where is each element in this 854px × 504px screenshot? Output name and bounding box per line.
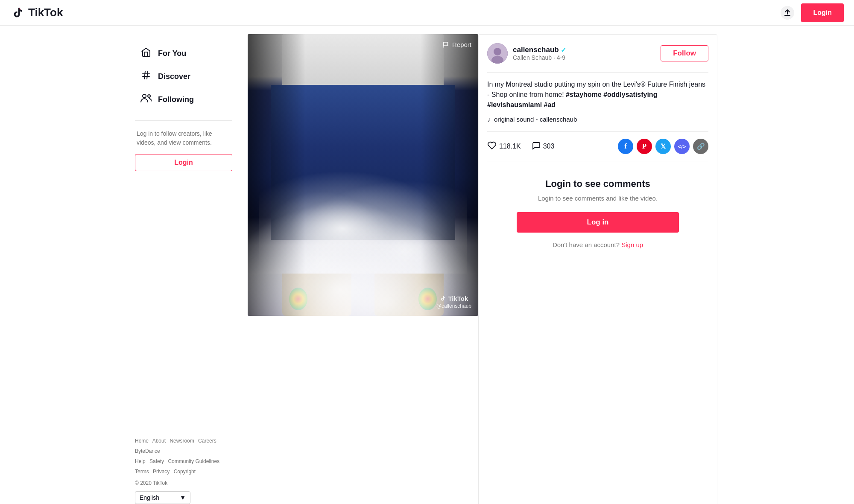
signup-link[interactable]: Sign up <box>621 241 643 248</box>
video-watermark: TikTok @callenschaub <box>436 295 471 309</box>
watermark-handle-text: @callenschaub <box>436 303 471 309</box>
footer-terms-link[interactable]: Terms <box>135 469 149 475</box>
footer-safety-link[interactable]: Safety <box>149 458 164 464</box>
upload-icon <box>781 6 794 20</box>
report-label: Report <box>452 41 471 48</box>
header-login-button[interactable]: Login <box>801 3 844 22</box>
footer-links-2: Help Safety Community Guidelines Terms P… <box>135 456 232 477</box>
sidebar-nav: For You Discover <box>135 43 232 112</box>
logo-text: TikTok <box>28 6 63 19</box>
video-container[interactable]: Report TikTok @callenschaub <box>248 34 478 316</box>
footer-help-link[interactable]: Help <box>135 458 146 464</box>
sidebar-item-following[interactable]: Following <box>135 89 232 110</box>
svg-point-4 <box>494 48 501 55</box>
sidebar-login-prompt: Log in to follow creators, like videos, … <box>135 129 232 147</box>
for-you-label: For You <box>158 49 186 58</box>
header-actions: Login <box>781 3 844 22</box>
interaction-left: 118.1K 303 <box>487 141 554 152</box>
avatar-icon <box>487 43 508 64</box>
share-icons: f P 𝕏 </> 🔗 <box>618 139 708 154</box>
footer-home-link[interactable]: Home <box>135 438 149 444</box>
tiktok-logo-icon <box>10 6 25 20</box>
sidebar-footer: Home About Newsroom Careers ByteDance He… <box>135 427 232 504</box>
footer-bytedance-link[interactable]: ByteDance <box>135 448 160 454</box>
heart-icon <box>487 141 497 152</box>
discover-label: Discover <box>158 72 190 81</box>
home-icon <box>140 47 152 60</box>
footer-newsroom-link[interactable]: Newsroom <box>170 438 194 444</box>
avatar-image <box>487 43 508 64</box>
comment-count: 303 <box>543 143 555 150</box>
sidebar-item-discover[interactable]: Discover <box>135 66 232 87</box>
share-link-button[interactable]: 🔗 <box>693 139 708 154</box>
comments-section: Login to see comments Login to see comme… <box>487 161 708 265</box>
footer-careers-link[interactable]: Careers <box>198 438 216 444</box>
footer-privacy-link[interactable]: Privacy <box>153 469 170 475</box>
sidebar-item-for-you[interactable]: For You <box>135 43 232 64</box>
video-report-button[interactable]: Report <box>443 41 471 48</box>
share-twitter-button[interactable]: 𝕏 <box>655 139 671 154</box>
author-section: callenschaub ✓ Callen Schaub · 4-9 Follo… <box>487 35 708 73</box>
comments-subtitle: Login to see comments and like the video… <box>538 195 658 202</box>
verified-badge: ✓ <box>561 46 566 54</box>
watermark-brand-text: TikTok <box>448 295 468 302</box>
footer-community-link[interactable]: Community Guidelines <box>168 458 219 464</box>
share-embed-button[interactable]: </> <box>674 139 690 154</box>
video-section: Report TikTok @callenschaub <box>248 34 478 504</box>
sound-text[interactable]: original sound - callenschaub <box>494 115 577 125</box>
copyright-text: © 2020 TikTok <box>135 480 232 486</box>
logo[interactable]: TikTok <box>10 6 63 20</box>
comments-login-button[interactable]: Log in <box>517 212 679 233</box>
author-name: callenschaub ✓ <box>513 46 566 54</box>
footer-copyright-link[interactable]: Copyright <box>174 469 196 475</box>
video-background <box>248 34 478 316</box>
header: TikTok Login <box>0 0 854 26</box>
author-username[interactable]: callenschaub <box>513 46 559 54</box>
sidebar: For You Discover <box>128 34 239 504</box>
chevron-down-icon: ▼ <box>180 494 186 501</box>
watermark-logo: TikTok <box>439 295 468 302</box>
like-button[interactable]: 118.1K <box>487 141 521 152</box>
share-pinterest-button[interactable]: P <box>637 139 652 154</box>
hashtag-icon <box>140 70 152 83</box>
music-icon: ♪ <box>487 114 491 125</box>
sidebar-divider <box>135 120 232 121</box>
like-count: 118.1K <box>499 143 521 150</box>
author-details: callenschaub ✓ Callen Schaub · 4-9 <box>513 46 566 61</box>
following-icon <box>140 93 152 106</box>
comment-icon <box>531 141 541 152</box>
avatar[interactable] <box>487 43 508 64</box>
following-label: Following <box>158 95 194 104</box>
content-area: Report TikTok @callenschaub <box>239 34 726 504</box>
comments-title: Login to see comments <box>545 178 650 189</box>
share-facebook-button[interactable]: f <box>618 139 633 154</box>
right-panel: callenschaub ✓ Callen Schaub · 4-9 Follo… <box>478 34 717 504</box>
interactions-bar: 118.1K 303 f P 𝕏 </> <box>487 132 708 161</box>
svg-point-1 <box>143 94 146 98</box>
sidebar-login-button[interactable]: Login <box>135 154 232 171</box>
svg-point-2 <box>148 95 150 97</box>
author-meta: Callen Schaub · 4-9 <box>513 54 566 61</box>
main-layout: For You Discover <box>128 26 726 504</box>
signup-prompt: Don't have an account? <box>553 241 620 248</box>
comment-button[interactable]: 303 <box>531 141 555 152</box>
language-selector[interactable]: English ▼ <box>135 491 190 504</box>
signup-text: Don't have an account? Sign up <box>553 241 643 248</box>
follow-button[interactable]: Follow <box>661 45 708 61</box>
post-description: In my Montreal studio putting my spin on… <box>487 73 708 132</box>
author-info: callenschaub ✓ Callen Schaub · 4-9 <box>487 43 566 64</box>
sound-row: ♪ original sound - callenschaub <box>487 114 708 125</box>
footer-links-1: Home About Newsroom Careers ByteDance <box>135 436 232 456</box>
language-label: English <box>140 494 159 501</box>
flag-icon <box>443 41 450 48</box>
watermark-tiktok-icon <box>439 295 446 302</box>
upload-button[interactable] <box>781 6 794 20</box>
footer-about-link[interactable]: About <box>152 438 166 444</box>
